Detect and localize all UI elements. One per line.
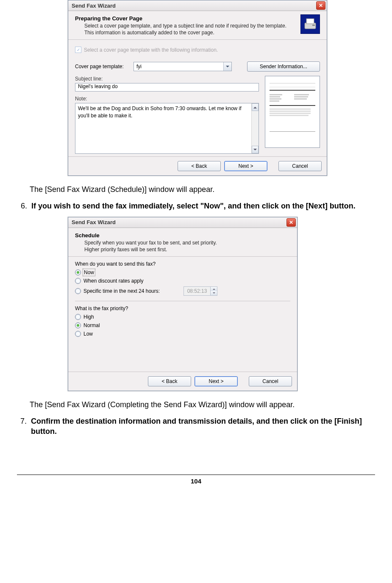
radio-discount[interactable]: When discount rates apply <box>75 278 290 284</box>
step-number: 7. <box>17 416 27 437</box>
checkbox-icon: ✓ <box>75 47 81 53</box>
radio-icon <box>75 269 81 275</box>
step-instruction: If you wish to send the fax immediately,… <box>31 201 356 211</box>
step-7: 7. Confirm the destination information a… <box>17 416 375 437</box>
svg-rect-2 <box>312 25 315 26</box>
radio-specific-time[interactable]: Specific time in the next 24 hours: 08:5… <box>75 286 290 296</box>
radio-icon <box>75 314 81 320</box>
radio-normal[interactable]: Normal <box>75 322 290 328</box>
checkbox-use-template: ✓ Select a cover page template with the … <box>75 47 218 53</box>
wizard-subtext-2: This information is automatically added … <box>84 29 297 36</box>
time-value: 08:52:13 <box>184 287 210 295</box>
template-label: Cover page template: <box>75 64 130 69</box>
cancel-button[interactable]: Cancel <box>278 161 322 171</box>
wizard-cover-page: Send Fax Wizard ✕ Preparing the Cover Pa… <box>68 0 327 176</box>
close-icon[interactable]: ✕ <box>316 1 325 10</box>
window-title: Send Fax Wizard <box>72 219 116 225</box>
step-6: 6. If you wish to send the fax immediate… <box>17 201 375 211</box>
wizard-heading: Schedule <box>75 232 290 239</box>
cancel-button[interactable]: Cancel <box>249 376 292 386</box>
radio-icon <box>75 288 81 294</box>
back-button[interactable]: < Back <box>148 376 191 386</box>
note-textarea[interactable]: We'll be at the Dog and Duck in Soho fro… <box>75 103 259 154</box>
subject-label: Subject line: <box>75 76 259 82</box>
radio-icon <box>75 322 81 328</box>
next-button[interactable]: Next > <box>195 376 238 386</box>
wizard-footer: < Back Next > Cancel <box>68 372 297 391</box>
radio-high[interactable]: High <box>75 314 290 320</box>
question-when: When do you want to send this fax? <box>75 261 290 267</box>
next-button[interactable]: Next > <box>224 161 267 171</box>
doc-text-after-2: The [Send Fax Wizard (Completing the Sen… <box>30 400 375 410</box>
subject-value: Nigel's leaving do <box>78 83 118 89</box>
page-number: 104 <box>17 475 375 485</box>
titlebar[interactable]: Send Fax Wizard ✕ <box>68 0 327 11</box>
radio-now[interactable]: Now <box>75 269 290 275</box>
note-value: We'll be at the Dog and Duck in Soho fro… <box>75 103 251 153</box>
sender-info-button[interactable]: Sender Information... <box>247 61 320 72</box>
window-title: Send Fax Wizard <box>72 3 116 9</box>
spin-up-icon <box>210 287 217 291</box>
radio-label: Normal <box>83 322 100 328</box>
checkbox-label: Select a cover page template with the fo… <box>84 47 218 53</box>
radio-icon <box>75 278 81 284</box>
radio-label: When discount rates apply <box>83 278 143 284</box>
doc-text-after-1: The [Send Fax Wizard (Schedule)] window … <box>30 184 375 194</box>
question-priority: What is the fax priority? <box>75 305 290 311</box>
titlebar[interactable]: Send Fax Wizard ✕ <box>68 217 297 228</box>
wizard-heading: Preparing the Cover Page <box>75 15 297 22</box>
scroll-up-icon[interactable] <box>252 103 259 111</box>
template-select[interactable]: fyi <box>133 62 232 71</box>
spin-down-icon <box>210 291 217 295</box>
radio-label: High <box>83 314 94 320</box>
close-icon[interactable]: ✕ <box>286 218 296 227</box>
chevron-down-icon[interactable] <box>223 62 231 71</box>
scrollbar[interactable] <box>251 103 259 153</box>
fax-icon <box>300 14 320 34</box>
note-label: Note: <box>75 96 259 102</box>
time-spinner: 08:52:13 <box>183 286 217 296</box>
radio-low[interactable]: Low <box>75 331 290 337</box>
wizard-footer: < Back Next > Cancel <box>68 156 327 175</box>
radio-label: Now <box>83 269 95 275</box>
step-number: 6. <box>17 201 27 211</box>
wizard-subtext: Specify when you want your fax to be sen… <box>84 239 290 246</box>
scroll-down-icon[interactable] <box>252 146 259 153</box>
radio-label: Specific time in the next 24 hours: <box>83 288 181 294</box>
cover-page-preview <box>265 76 320 148</box>
radio-icon <box>75 331 81 337</box>
wizard-schedule: Send Fax Wizard ✕ Schedule Specify when … <box>68 217 297 391</box>
step-instruction: Confirm the destination information and … <box>31 416 375 437</box>
wizard-subtext: Select a cover page template, and type a… <box>84 22 297 29</box>
back-button[interactable]: < Back <box>178 161 221 171</box>
wizard-subtext-2: Higher priority faxes will be sent first… <box>84 246 290 253</box>
template-value: fyi <box>134 64 223 69</box>
radio-label: Low <box>83 331 93 337</box>
subject-input[interactable]: Nigel's leaving do <box>75 83 259 92</box>
svg-rect-1 <box>306 19 314 24</box>
